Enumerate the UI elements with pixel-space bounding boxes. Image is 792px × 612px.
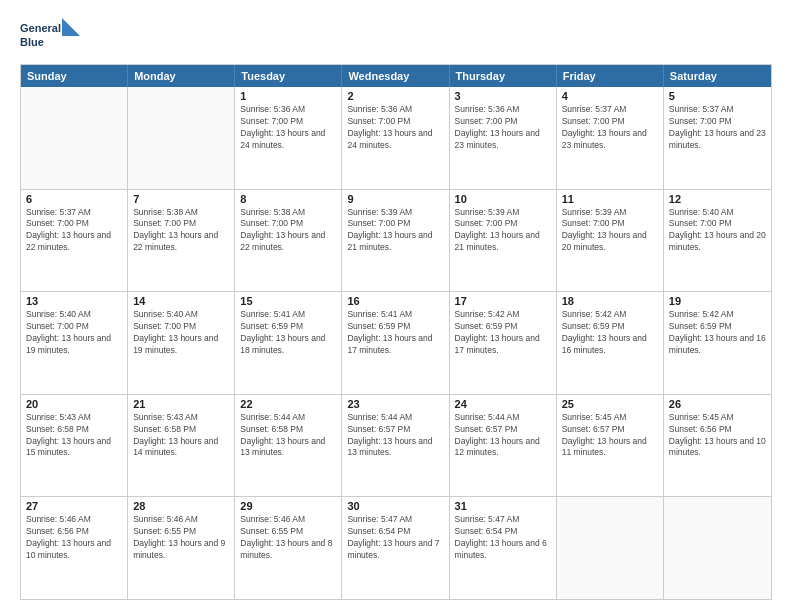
day-number: 23: [347, 398, 443, 410]
page-header: General Blue: [20, 18, 772, 54]
weekday-header-friday: Friday: [557, 65, 664, 87]
day-number: 1: [240, 90, 336, 102]
calendar-cell: 9Sunrise: 5:39 AM Sunset: 7:00 PM Daylig…: [342, 190, 449, 292]
day-number: 5: [669, 90, 766, 102]
day-number: 31: [455, 500, 551, 512]
calendar-cell: 19Sunrise: 5:42 AM Sunset: 6:59 PM Dayli…: [664, 292, 771, 394]
calendar-cell: 21Sunrise: 5:43 AM Sunset: 6:58 PM Dayli…: [128, 395, 235, 497]
weekday-header-thursday: Thursday: [450, 65, 557, 87]
calendar-cell: 14Sunrise: 5:40 AM Sunset: 7:00 PM Dayli…: [128, 292, 235, 394]
day-info: Sunrise: 5:44 AM Sunset: 6:58 PM Dayligh…: [240, 412, 336, 460]
day-number: 24: [455, 398, 551, 410]
day-number: 2: [347, 90, 443, 102]
calendar-cell: 4Sunrise: 5:37 AM Sunset: 7:00 PM Daylig…: [557, 87, 664, 189]
calendar-cell: 28Sunrise: 5:46 AM Sunset: 6:55 PM Dayli…: [128, 497, 235, 599]
weekday-header-tuesday: Tuesday: [235, 65, 342, 87]
calendar-cell: 26Sunrise: 5:45 AM Sunset: 6:56 PM Dayli…: [664, 395, 771, 497]
day-info: Sunrise: 5:39 AM Sunset: 7:00 PM Dayligh…: [455, 207, 551, 255]
day-info: Sunrise: 5:40 AM Sunset: 7:00 PM Dayligh…: [133, 309, 229, 357]
day-info: Sunrise: 5:37 AM Sunset: 7:00 PM Dayligh…: [26, 207, 122, 255]
day-number: 29: [240, 500, 336, 512]
day-info: Sunrise: 5:36 AM Sunset: 7:00 PM Dayligh…: [240, 104, 336, 152]
calendar-cell: [557, 497, 664, 599]
logo: General Blue: [20, 18, 80, 54]
calendar-cell: 5Sunrise: 5:37 AM Sunset: 7:00 PM Daylig…: [664, 87, 771, 189]
day-info: Sunrise: 5:45 AM Sunset: 6:57 PM Dayligh…: [562, 412, 658, 460]
calendar-header: SundayMondayTuesdayWednesdayThursdayFrid…: [21, 65, 771, 87]
day-number: 13: [26, 295, 122, 307]
weekday-header-monday: Monday: [128, 65, 235, 87]
calendar-row-5: 27Sunrise: 5:46 AM Sunset: 6:56 PM Dayli…: [21, 496, 771, 599]
day-info: Sunrise: 5:36 AM Sunset: 7:00 PM Dayligh…: [455, 104, 551, 152]
svg-text:Blue: Blue: [20, 36, 44, 48]
day-info: Sunrise: 5:39 AM Sunset: 7:00 PM Dayligh…: [562, 207, 658, 255]
day-number: 27: [26, 500, 122, 512]
calendar-row-4: 20Sunrise: 5:43 AM Sunset: 6:58 PM Dayli…: [21, 394, 771, 497]
calendar-cell: 2Sunrise: 5:36 AM Sunset: 7:00 PM Daylig…: [342, 87, 449, 189]
day-info: Sunrise: 5:39 AM Sunset: 7:00 PM Dayligh…: [347, 207, 443, 255]
day-number: 16: [347, 295, 443, 307]
calendar-cell: 27Sunrise: 5:46 AM Sunset: 6:56 PM Dayli…: [21, 497, 128, 599]
day-info: Sunrise: 5:41 AM Sunset: 6:59 PM Dayligh…: [347, 309, 443, 357]
day-info: Sunrise: 5:46 AM Sunset: 6:55 PM Dayligh…: [133, 514, 229, 562]
day-info: Sunrise: 5:37 AM Sunset: 7:00 PM Dayligh…: [669, 104, 766, 152]
day-info: Sunrise: 5:44 AM Sunset: 6:57 PM Dayligh…: [347, 412, 443, 460]
calendar-cell: 6Sunrise: 5:37 AM Sunset: 7:00 PM Daylig…: [21, 190, 128, 292]
day-info: Sunrise: 5:42 AM Sunset: 6:59 PM Dayligh…: [455, 309, 551, 357]
day-number: 28: [133, 500, 229, 512]
calendar-cell: 31Sunrise: 5:47 AM Sunset: 6:54 PM Dayli…: [450, 497, 557, 599]
calendar-row-3: 13Sunrise: 5:40 AM Sunset: 7:00 PM Dayli…: [21, 291, 771, 394]
svg-marker-2: [62, 18, 80, 36]
calendar-cell: 22Sunrise: 5:44 AM Sunset: 6:58 PM Dayli…: [235, 395, 342, 497]
calendar-cell: 10Sunrise: 5:39 AM Sunset: 7:00 PM Dayli…: [450, 190, 557, 292]
day-number: 3: [455, 90, 551, 102]
day-info: Sunrise: 5:40 AM Sunset: 7:00 PM Dayligh…: [26, 309, 122, 357]
calendar-cell: 29Sunrise: 5:46 AM Sunset: 6:55 PM Dayli…: [235, 497, 342, 599]
day-number: 14: [133, 295, 229, 307]
day-number: 12: [669, 193, 766, 205]
day-info: Sunrise: 5:44 AM Sunset: 6:57 PM Dayligh…: [455, 412, 551, 460]
calendar-cell: 20Sunrise: 5:43 AM Sunset: 6:58 PM Dayli…: [21, 395, 128, 497]
calendar-cell: 8Sunrise: 5:38 AM Sunset: 7:00 PM Daylig…: [235, 190, 342, 292]
day-info: Sunrise: 5:41 AM Sunset: 6:59 PM Dayligh…: [240, 309, 336, 357]
day-info: Sunrise: 5:42 AM Sunset: 6:59 PM Dayligh…: [669, 309, 766, 357]
calendar-cell: 16Sunrise: 5:41 AM Sunset: 6:59 PM Dayli…: [342, 292, 449, 394]
calendar-cell: 7Sunrise: 5:38 AM Sunset: 7:00 PM Daylig…: [128, 190, 235, 292]
day-number: 7: [133, 193, 229, 205]
day-number: 20: [26, 398, 122, 410]
calendar-cell: 30Sunrise: 5:47 AM Sunset: 6:54 PM Dayli…: [342, 497, 449, 599]
day-number: 9: [347, 193, 443, 205]
calendar-cell: 1Sunrise: 5:36 AM Sunset: 7:00 PM Daylig…: [235, 87, 342, 189]
day-number: 10: [455, 193, 551, 205]
calendar-cell: 25Sunrise: 5:45 AM Sunset: 6:57 PM Dayli…: [557, 395, 664, 497]
weekday-header-sunday: Sunday: [21, 65, 128, 87]
calendar-cell: 3Sunrise: 5:36 AM Sunset: 7:00 PM Daylig…: [450, 87, 557, 189]
calendar-cell: [21, 87, 128, 189]
day-info: Sunrise: 5:46 AM Sunset: 6:56 PM Dayligh…: [26, 514, 122, 562]
calendar-body: 1Sunrise: 5:36 AM Sunset: 7:00 PM Daylig…: [21, 87, 771, 599]
calendar-cell: [128, 87, 235, 189]
calendar-cell: 18Sunrise: 5:42 AM Sunset: 6:59 PM Dayli…: [557, 292, 664, 394]
day-number: 21: [133, 398, 229, 410]
day-info: Sunrise: 5:37 AM Sunset: 7:00 PM Dayligh…: [562, 104, 658, 152]
svg-text:General: General: [20, 22, 61, 34]
day-number: 15: [240, 295, 336, 307]
calendar: SundayMondayTuesdayWednesdayThursdayFrid…: [20, 64, 772, 600]
calendar-cell: 23Sunrise: 5:44 AM Sunset: 6:57 PM Dayli…: [342, 395, 449, 497]
day-number: 19: [669, 295, 766, 307]
weekday-header-saturday: Saturday: [664, 65, 771, 87]
calendar-cell: [664, 497, 771, 599]
day-number: 17: [455, 295, 551, 307]
day-number: 8: [240, 193, 336, 205]
calendar-cell: 15Sunrise: 5:41 AM Sunset: 6:59 PM Dayli…: [235, 292, 342, 394]
day-number: 25: [562, 398, 658, 410]
day-number: 22: [240, 398, 336, 410]
day-info: Sunrise: 5:45 AM Sunset: 6:56 PM Dayligh…: [669, 412, 766, 460]
calendar-cell: 11Sunrise: 5:39 AM Sunset: 7:00 PM Dayli…: [557, 190, 664, 292]
calendar-row-1: 1Sunrise: 5:36 AM Sunset: 7:00 PM Daylig…: [21, 87, 771, 189]
calendar-cell: 12Sunrise: 5:40 AM Sunset: 7:00 PM Dayli…: [664, 190, 771, 292]
day-number: 4: [562, 90, 658, 102]
day-number: 26: [669, 398, 766, 410]
day-info: Sunrise: 5:42 AM Sunset: 6:59 PM Dayligh…: [562, 309, 658, 357]
calendar-cell: 17Sunrise: 5:42 AM Sunset: 6:59 PM Dayli…: [450, 292, 557, 394]
